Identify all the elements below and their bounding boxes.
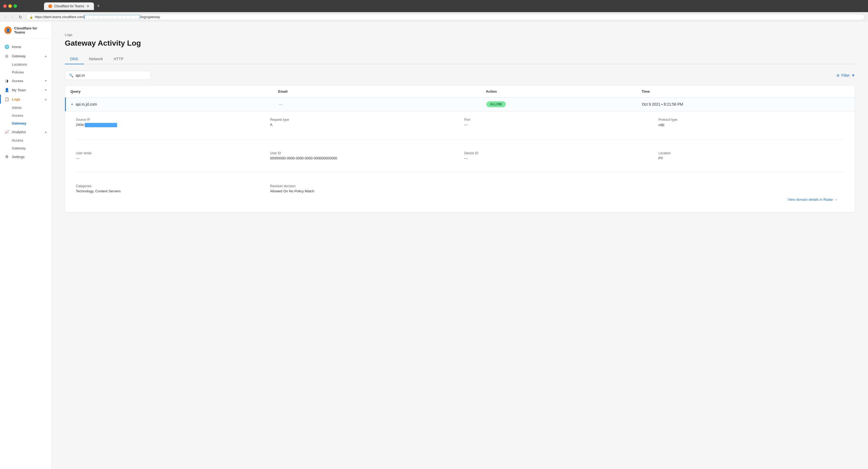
tab-close-button[interactable]: ✕ (86, 4, 90, 8)
app-layout: 👤 Cloudflare for Teams 🌐 Home ◎ Gateway … (0, 22, 868, 469)
sidebar-item-access-label: Access (12, 79, 23, 83)
device-id-value: --- (464, 156, 650, 160)
view-radar-text: View domain details in Radar → (787, 198, 837, 202)
row-expand-chevron[interactable]: ▾ (71, 102, 73, 106)
access-icon: ◑ (4, 78, 9, 83)
col-header-action: Action (486, 89, 642, 93)
brand-name: Cloudflare for Teams (14, 26, 47, 34)
email-value: --- (279, 102, 283, 107)
sidebar-brand: 👤 Cloudflare for Teams (0, 22, 52, 39)
search-input[interactable] (75, 73, 147, 78)
chevron-down-icon-myteam: ▼ (44, 88, 47, 92)
source-ip-text: 240e: (76, 123, 85, 127)
sidebar-subitem-gateway-analytics[interactable]: Gateway (0, 144, 52, 152)
row-cell-action: ALLOW (486, 101, 642, 107)
view-radar-link[interactable]: View domain details in Radar → (76, 193, 844, 206)
filter-chevron-icon: ▼ (851, 73, 855, 78)
source-ip-label: Source IP (76, 118, 261, 122)
address-bar[interactable]: 🔒 https://dash.teams.cloudflare.com/████… (26, 14, 865, 20)
chevron-down-icon: ▼ (44, 79, 47, 82)
active-indicator (0, 94, 1, 104)
detail-request-type: Request type A (270, 118, 456, 127)
detail-user-id: User ID 00000000-0000-0000-0000-00000000… (270, 151, 456, 160)
source-ip-value: 240e: (76, 123, 261, 127)
request-type-label: Request type (270, 118, 456, 122)
request-type-value: A (270, 123, 456, 127)
detail-port: Port --- (464, 118, 650, 127)
tab-label: Cloudflare for Teams (54, 4, 84, 8)
sidebar-item-analytics[interactable]: 📈 Analytics ▲ (0, 127, 52, 137)
breadcrumb: Logs (65, 33, 855, 37)
url-highlighted: ████████████████████████ (84, 15, 140, 19)
sidebar-item-myteam-label: My Team (12, 88, 26, 92)
col-header-email: Email (278, 89, 486, 93)
sidebar-subitem-policies[interactable]: Policies (0, 68, 52, 76)
browser-toolbar: ‹ › ↻ 🔒 https://dash.teams.cloudflare.co… (0, 12, 868, 22)
window-controls (3, 4, 17, 8)
filter-button[interactable]: ⚙ Filter ▼ (836, 73, 855, 78)
resolver-decision-value: Allowed On No Policy Match (270, 189, 456, 193)
tab-network[interactable]: Network (84, 54, 108, 64)
sidebar-subitem-admin[interactable]: Admin (0, 104, 52, 112)
sidebar-item-logs[interactable]: 📋 Logs ▲ (0, 94, 52, 104)
search-icon: 🔍 (69, 73, 73, 78)
logs-icon: 📋 (4, 97, 9, 101)
settings-icon: ⚙ (4, 154, 9, 159)
row-cell-query: ▾ api.m.jd.com (71, 102, 279, 107)
sidebar-subitem-access-analytics[interactable]: Access (0, 137, 52, 144)
query-value: api.m.jd.com (75, 102, 97, 107)
location-value: PY (658, 156, 844, 160)
tab-http[interactable]: HTTP (108, 54, 129, 64)
sidebar-item-settings-label: Settings (12, 155, 25, 159)
forward-button[interactable]: › (10, 14, 14, 20)
user-email-label: User email (76, 151, 261, 155)
analytics-icon: 📈 (4, 129, 9, 134)
port-label: Port (464, 118, 650, 122)
detail-grid: Source IP 240e: Request type A Port --- (76, 118, 844, 193)
action-badge: ALLOW (486, 101, 506, 107)
sidebar-item-analytics-label: Analytics (12, 130, 26, 134)
row-cell-time: Oct 9 2021 • 8:21:56 PM (642, 102, 849, 107)
detail-source-ip: Source IP 240e: (76, 118, 261, 127)
main-content: Logs Gateway Activity Log DNS Network HT… (52, 22, 868, 469)
detail-user-email: User email --- (76, 151, 261, 160)
security-icon: 🔒 (29, 16, 33, 19)
table-header: Query Email Action Time (65, 86, 855, 97)
filter-label: Filter (841, 73, 850, 78)
resolver-decision-label: Resolver decision (270, 184, 456, 188)
detail-device-id: Device ID --- (464, 151, 650, 160)
detail-location: Location PY (658, 151, 844, 160)
sidebar-item-gateway-label: Gateway (12, 54, 26, 58)
chevron-up-icon-analytics: ▲ (44, 130, 47, 134)
sidebar-item-settings[interactable]: ⚙ Settings (0, 152, 52, 161)
reload-button[interactable]: ↻ (17, 14, 24, 20)
sidebar-subitem-gateway[interactable]: Gateway (0, 119, 52, 127)
sidebar-item-myteam[interactable]: 👤 My Team ▼ (0, 85, 52, 94)
brand-icon: 👤 (4, 27, 11, 34)
sidebar-item-gateway[interactable]: ◎ Gateway ▲ (0, 51, 52, 60)
sidebar-nav: 🌐 Home ◎ Gateway ▲ Locations Policies ◑ … (0, 39, 52, 469)
tab-favicon (48, 4, 52, 8)
device-id-label: Device ID (464, 151, 650, 155)
protocol-type-value: udp (658, 123, 844, 127)
sidebar-subitem-locations[interactable]: Locations (0, 60, 52, 68)
sidebar-item-access[interactable]: ◑ Access ▼ (0, 76, 52, 85)
browser-tab[interactable]: Cloudflare for Teams ✕ (44, 2, 94, 10)
minimize-button[interactable] (8, 4, 12, 8)
user-id-label: User ID (270, 151, 456, 155)
user-id-value: 00000000-0000-0000-0000-000000000000 (270, 156, 456, 160)
maximize-button[interactable] (13, 4, 17, 8)
tab-dns[interactable]: DNS (65, 54, 84, 64)
table-row[interactable]: ▾ api.m.jd.com --- ALLOW Oct 9 2021 • 8:… (65, 97, 855, 111)
sidebar-item-home[interactable]: 🌐 Home (0, 42, 52, 51)
new-tab-button[interactable]: + (95, 2, 102, 10)
detail-protocol-type: Protocol type udp (658, 118, 844, 127)
search-box[interactable]: 🔍 (65, 71, 151, 80)
home-icon: 🌐 (4, 44, 9, 49)
sidebar-subitem-access[interactable]: Access (0, 112, 52, 119)
back-button[interactable]: ‹ (3, 14, 8, 20)
source-ip-redacted (85, 123, 117, 127)
close-button[interactable] (3, 4, 7, 8)
col-header-query: Query (70, 89, 278, 93)
gateway-icon: ◎ (4, 54, 9, 58)
